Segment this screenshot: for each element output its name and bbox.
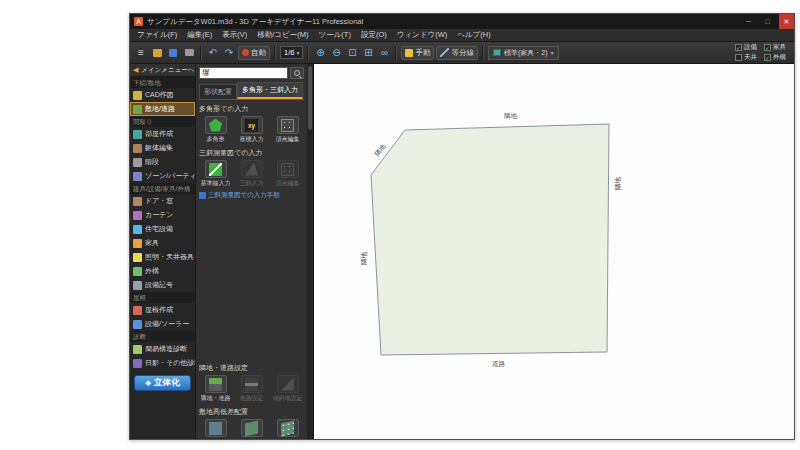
panel-spacer bbox=[199, 203, 304, 359]
scale-select[interactable]: 1/6 ▾ bbox=[280, 46, 303, 59]
redo-icon[interactable]: ↷ bbox=[222, 45, 236, 60]
menu-item[interactable]: ツール(T) bbox=[313, 30, 355, 40]
make-3d-button[interactable]: ◆立体化 bbox=[134, 375, 191, 391]
back-arrow-icon: ◀ bbox=[133, 66, 138, 74]
menu-item[interactable]: ウィンドウ(W) bbox=[392, 30, 452, 40]
make-3d-label: 立体化 bbox=[154, 377, 180, 389]
menu-item[interactable]: 表示(V) bbox=[217, 30, 252, 40]
panel-button: 頂点編集 bbox=[271, 160, 304, 188]
tab-shape-placement[interactable]: 形状配置 bbox=[199, 84, 237, 99]
sidebar-item[interactable]: 階段 bbox=[130, 155, 195, 169]
sidebar-item[interactable]: 敷地/道路 bbox=[130, 102, 195, 116]
auto-button[interactable]: 自動 bbox=[238, 46, 270, 60]
layer-checkbox[interactable]: ✓家具 bbox=[764, 43, 786, 52]
input-guide-link[interactable]: 三斜測量図での入力手順 bbox=[199, 191, 304, 200]
search-button[interactable] bbox=[290, 67, 304, 79]
zoom-out-icon[interactable]: ⊖ bbox=[329, 45, 343, 60]
panel-button[interactable]: 座標入力 bbox=[235, 116, 268, 144]
checkbox-mark-icon: ✓ bbox=[764, 54, 771, 61]
undo-icon[interactable]: ↶ bbox=[206, 45, 220, 60]
layer-checkbox[interactable]: ✓設備 bbox=[735, 43, 757, 52]
panel-button-label: 多角形 bbox=[207, 135, 225, 144]
canvas[interactable]: 隣地隣地隣地隣地道路 bbox=[314, 64, 794, 439]
panel-button[interactable]: 傾斜面(3点) bbox=[271, 419, 304, 439]
panel-scrollbar[interactable] bbox=[307, 64, 313, 439]
symbol-icon bbox=[133, 281, 142, 290]
titlebar: A サンプルデータW01.m3d - 3D アーキデザイナー11 Profess… bbox=[130, 14, 794, 29]
sidebar-item[interactable]: 住宅設備 bbox=[130, 222, 195, 236]
display-preset-select[interactable]: 標準(家具・2) ▾ bbox=[488, 46, 559, 60]
room-icon bbox=[133, 130, 142, 139]
panel-button[interactable]: 隣地・道路 bbox=[199, 375, 232, 403]
panel-button-face bbox=[205, 375, 227, 393]
sidebar-item-label: 照明・天井器具 bbox=[145, 252, 194, 262]
maximize-button[interactable]: □ bbox=[760, 14, 775, 29]
panel-button[interactable]: 水平面 bbox=[199, 419, 232, 439]
auto-label: 自動 bbox=[251, 48, 266, 58]
main-menu-icon[interactable]: ≡ bbox=[134, 45, 148, 60]
panel-button[interactable]: 傾斜面 bbox=[235, 419, 268, 439]
zoom-in-icon[interactable]: ⊕ bbox=[313, 45, 327, 60]
sidebar-section-header: 間取り bbox=[130, 116, 195, 127]
divide-line-button[interactable]: 等分線 bbox=[436, 46, 478, 60]
sidebar-item[interactable]: 家具 bbox=[130, 236, 195, 250]
menu-item[interactable]: 移動/コピー(M) bbox=[252, 30, 313, 40]
menu-item[interactable]: ファイル(F) bbox=[132, 30, 182, 40]
panel-button[interactable]: 基準線入力 bbox=[199, 160, 232, 188]
menu-item[interactable]: 設定(O) bbox=[356, 30, 392, 40]
panel-tabs: 形状配置 多角形・三斜入力 bbox=[199, 82, 304, 100]
sidebar-item-label: 家具 bbox=[145, 238, 159, 248]
close-button[interactable]: ✕ bbox=[779, 14, 794, 29]
app-window: A サンプルデータW01.m3d - 3D アーキデザイナー11 Profess… bbox=[129, 13, 795, 440]
panel-button-face bbox=[277, 375, 299, 393]
sidebar-item[interactable]: ドア・窓 bbox=[130, 194, 195, 208]
layer-checkbox[interactable]: ✓外構 bbox=[764, 53, 786, 62]
back-to-main-menu-button[interactable]: ◀ メインメニューへ bbox=[130, 64, 195, 77]
layer-checkbox[interactable]: 天井 bbox=[735, 53, 757, 62]
panel-button-label: 道路設定 bbox=[240, 394, 264, 403]
site-plan-svg bbox=[314, 64, 794, 439]
manual-button[interactable]: 手動 bbox=[401, 46, 434, 60]
zoom-fit-icon[interactable]: ⊡ bbox=[345, 45, 359, 60]
sidebar-item[interactable]: 設備記号 bbox=[130, 278, 195, 292]
sidebar-item[interactable]: 設備/ソーラー bbox=[130, 317, 195, 331]
divide-line-label: 等分線 bbox=[451, 48, 474, 58]
sidebar-item[interactable]: 照明・天井器具 bbox=[130, 250, 195, 264]
minimize-button[interactable]: ─ bbox=[741, 14, 756, 29]
save-icon[interactable] bbox=[166, 45, 180, 60]
sidebar-item[interactable]: 部屋作成 bbox=[130, 127, 195, 141]
print-icon[interactable] bbox=[182, 45, 196, 60]
site-polygon[interactable] bbox=[371, 124, 609, 355]
sidebar-item[interactable]: カーテン bbox=[130, 208, 195, 222]
sidebar-item[interactable]: 日影・その他診断 bbox=[130, 356, 195, 370]
zoom-region-icon[interactable]: ⊞ bbox=[361, 45, 375, 60]
panel-button-row: 多角形座標入力頂点編集 bbox=[199, 116, 304, 144]
view-glasses-icon[interactable]: ∞ bbox=[377, 45, 391, 60]
panel-button-face bbox=[205, 116, 227, 134]
sidebar-item[interactable]: ゾーン/パーティション bbox=[130, 169, 195, 183]
guide-book-icon bbox=[199, 192, 206, 199]
sidebar-item-label: CAD作図 bbox=[145, 90, 174, 100]
sidebar-item[interactable]: CAD作図 bbox=[130, 88, 195, 102]
panel-button[interactable]: 頂点編集 bbox=[271, 116, 304, 144]
menu-item[interactable]: ヘルプ(H) bbox=[452, 30, 495, 40]
panel-button-row: 基準線入力三斜入力頂点編集 bbox=[199, 160, 304, 188]
sidebar-item[interactable]: 躯体編集 bbox=[130, 141, 195, 155]
sidebar-item[interactable]: 簡易構造診断 bbox=[130, 342, 195, 356]
toolbar-separator bbox=[482, 46, 484, 60]
panel-button[interactable]: 多角形 bbox=[199, 116, 232, 144]
sidebar-item[interactable]: 屋根作成 bbox=[130, 303, 195, 317]
display-preset-value: 標準(家具・2) bbox=[504, 48, 548, 58]
cube-icon: ◆ bbox=[146, 379, 151, 387]
sidebar-item[interactable]: 外構 bbox=[130, 264, 195, 278]
window-title: サンプルデータW01.m3d - 3D アーキデザイナー11 Professio… bbox=[147, 17, 737, 27]
open-file-icon[interactable] bbox=[150, 45, 164, 60]
menu-item[interactable]: 編集(E) bbox=[182, 30, 217, 40]
search-input[interactable] bbox=[199, 67, 288, 79]
panel-scrollbar-thumb[interactable] bbox=[308, 66, 312, 130]
panel-section-title: 隣地・道路設定 bbox=[199, 363, 304, 373]
checkbox-mark-icon: ✓ bbox=[764, 44, 771, 51]
layer-checkbox-group: ✓設備天井✓家具✓外構 bbox=[735, 43, 786, 63]
tab-polygon-sansya-input[interactable]: 多角形・三斜入力 bbox=[237, 82, 303, 99]
boundary-icon bbox=[209, 378, 222, 391]
